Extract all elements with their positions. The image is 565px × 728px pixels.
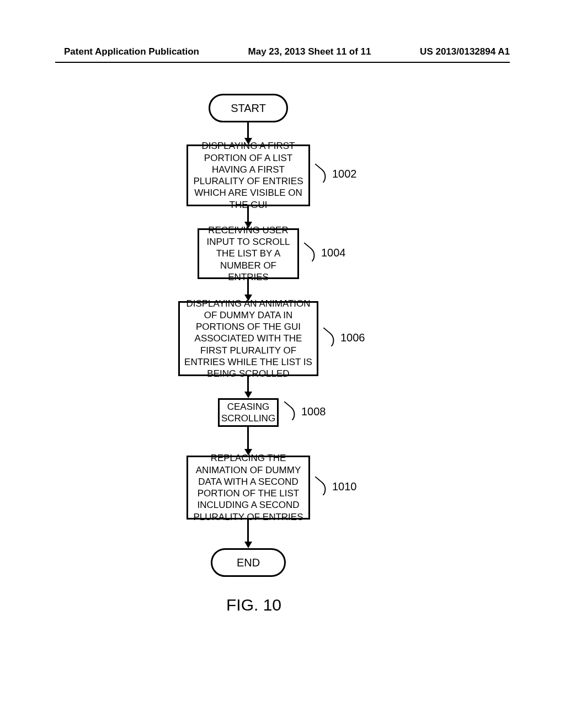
process-step4: CEASING SCROLLING (218, 398, 279, 427)
step1-text: DISPLAYING A FIRST PORTION OF A LIST HAV… (191, 140, 305, 211)
ref-curve-4 (278, 401, 299, 421)
arrow-6-head (244, 542, 252, 548)
step3-text: DISPLAYING AN ANIMATION OF DUMMY DATA IN… (183, 298, 313, 380)
ref-1004: 1004 (321, 247, 346, 259)
terminal-end: END (211, 548, 286, 577)
ref-curve-5 (309, 476, 330, 496)
arrow-1-line (247, 122, 249, 139)
ref-curve-2 (298, 242, 319, 262)
step5-text: REPLACING THE ANIMATION OF DUMMY DATA WI… (191, 452, 305, 523)
step4-text: CEASING SCROLLING (221, 401, 275, 425)
ref-1010: 1010 (332, 480, 357, 493)
terminal-start: START (209, 94, 288, 122)
page-header: Patent Application Publication May 23, 2… (0, 46, 565, 62)
ref-curve-3 (317, 327, 338, 347)
header-divider (55, 62, 510, 63)
header-center: May 23, 2013 Sheet 11 of 11 (248, 46, 371, 57)
ref-1002: 1002 (332, 168, 357, 180)
step2-text: RECEIVING USER INPUT TO SCROLL THE LIST … (202, 224, 294, 283)
arrow-4-head (244, 392, 252, 398)
process-step2: RECEIVING USER INPUT TO SCROLL THE LIST … (198, 228, 299, 279)
process-step5: REPLACING THE ANIMATION OF DUMMY DATA WI… (186, 456, 310, 520)
ref-1008: 1008 (301, 405, 326, 418)
ref-1006: 1006 (340, 331, 365, 344)
arrow-2-line (247, 206, 249, 223)
arrow-4-line (247, 376, 249, 393)
arrow-3-line (247, 279, 249, 296)
header-left: Patent Application Publication (64, 46, 199, 57)
figure-label: FIG. 10 (226, 596, 281, 614)
process-step1: DISPLAYING A FIRST PORTION OF A LIST HAV… (186, 144, 310, 206)
process-step3: DISPLAYING AN ANIMATION OF DUMMY DATA IN… (178, 301, 318, 376)
ref-curve-1 (309, 163, 330, 183)
arrow-6-line (247, 520, 249, 543)
header-right: US 2013/0132894 A1 (420, 46, 510, 57)
start-label: START (231, 102, 266, 115)
flowchart: START DISPLAYING A FIRST PORTION OF A LI… (0, 88, 565, 640)
arrow-5-line (247, 427, 249, 450)
end-label: END (237, 556, 260, 569)
